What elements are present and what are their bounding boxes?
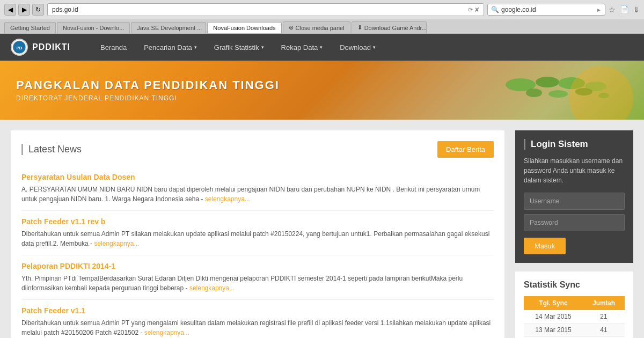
stats-box: Statistik Sync Tgl. Sync Jumlah 14 Mar 2…: [515, 271, 633, 338]
daftar-berita-button[interactable]: Daftar Berita: [437, 141, 494, 158]
username-input[interactable]: [524, 193, 625, 210]
hero-text: PANGKALAN DATA PENDIDIKAN TINGGI DIREKTO…: [16, 78, 280, 102]
browser-chrome: ◀ ▶ ↻ pds.go.id ⟳ ✘ 🔍 google.co.id ► ☆ 📄…: [0, 0, 644, 34]
latest-news-title: Latest News: [21, 144, 82, 155]
download-icon[interactable]: ⇓: [633, 5, 640, 14]
nav-pencarian-label: Pencarian Data: [144, 43, 192, 52]
search-bar[interactable]: 🔍 google.co.id ►: [487, 4, 605, 16]
news-item-1: Persyaratan Usulan Data Dosen A. PERSYAR…: [21, 166, 494, 211]
browser-nav-buttons: ◀ ▶ ↻: [4, 4, 44, 16]
news-text-2: Diberitahukan untuk semua Admin PT silak…: [21, 230, 489, 247]
tab-java-dev[interactable]: Java SE Development ...: [131, 22, 206, 33]
news-title-3[interactable]: Pelaporan PDDIKTI 2014-1: [21, 262, 494, 270]
nav-rekap-arrow: ▾: [320, 45, 323, 50]
logo-badge: PD: [11, 39, 28, 56]
stats-title: Statistik Sync: [524, 280, 625, 290]
section-title-row: Latest News Daftar Berita: [21, 141, 494, 158]
tab-getting-started[interactable]: Getting Started: [4, 22, 56, 33]
stats-row-1: 14 Mar 2015 21: [524, 310, 625, 324]
stats-col-date: Tgl. Sync: [524, 296, 583, 310]
read-more-1[interactable]: selengkapnya...: [205, 195, 250, 203]
forward-button[interactable]: ▶: [18, 4, 30, 16]
nav-links: Beranda Pencarian Data ▾ Grafik Statisti…: [92, 34, 384, 61]
search-icon: 🔍: [491, 6, 499, 13]
news-title-1[interactable]: Persyaratan Usulan Data Dosen: [21, 173, 494, 181]
password-input[interactable]: [524, 214, 625, 231]
stats-date-2: 13 Mar 2015: [524, 324, 583, 337]
site-logo: PD PDDIKTI: [11, 39, 70, 56]
browser-action-icons: ☆ 📄 ⇓: [609, 5, 640, 14]
svg-point-7: [548, 90, 568, 98]
tab-close-media-label: Close media panel: [296, 25, 345, 31]
search-arrow-icon: ►: [596, 7, 602, 13]
nav-pencarian-data[interactable]: Pencarian Data ▾: [135, 34, 206, 61]
stats-row-2: 13 Mar 2015 41: [524, 324, 625, 337]
login-description: Silahkan masukkan username dan password …: [524, 156, 625, 185]
news-body-3: Yth. Pimpinan PTdi TempatBerdasarkan Sur…: [21, 274, 494, 293]
hero-subtitle: DIREKTORAT JENDERAL PENDIDIKAN TINGGI: [16, 94, 280, 102]
news-body-2: Diberitahukan untuk semua Admin PT silak…: [21, 229, 494, 248]
page-icon[interactable]: 📄: [620, 5, 629, 14]
nav-rekap-data[interactable]: Rekap Data ▾: [273, 34, 332, 61]
url-text: pds.go.id: [52, 6, 78, 13]
nav-grafik-statistik[interactable]: Grafik Statistik ▾: [206, 34, 273, 61]
nav-pencarian-arrow: ▾: [194, 45, 197, 50]
nav-download-arrow: ▾: [373, 45, 376, 50]
news-title-4[interactable]: Patch Feeder v1.1: [21, 306, 494, 315]
logo-text: PDDIKTI: [32, 42, 70, 52]
stats-date-1: 14 Mar 2015: [524, 310, 583, 324]
svg-point-6: [526, 89, 542, 97]
left-column: Latest News Daftar Berita Persyaratan Us…: [11, 130, 504, 338]
back-button[interactable]: ◀: [4, 4, 16, 16]
browser-tabs: Getting Started NovaFusion - Downlo... J…: [0, 19, 644, 33]
hero-banner: PANGKALAN DATA PENDIDIKAN TINGGI DIREKTO…: [0, 61, 644, 120]
news-title-2[interactable]: Patch Feeder v1.1 rev b: [21, 217, 494, 226]
tab-close-media[interactable]: ⊗ Close media panel: [283, 21, 350, 33]
svg-text:PD: PD: [16, 46, 22, 50]
news-text-4: Diberitahukan untuk semua Admin PT yang …: [21, 319, 491, 336]
main-content: Latest News Daftar Berita Persyaratan Us…: [0, 120, 644, 338]
logo-icon: PD: [12, 40, 27, 55]
nav-beranda-label: Beranda: [100, 43, 127, 52]
tab-java-label: Java SE Development ...: [137, 25, 202, 31]
masuk-button[interactable]: Masuk: [524, 238, 566, 254]
login-box: Login Sistem Silahkan masukkan username …: [515, 130, 633, 263]
nav-beranda[interactable]: Beranda: [92, 34, 135, 61]
search-text: google.co.id: [501, 6, 596, 13]
bookmark-icon[interactable]: ☆: [609, 5, 616, 14]
tab-download-game-icon: ⬇: [357, 24, 362, 31]
site-nav: PD PDDIKTI Beranda Pencarian Data ▾ Graf…: [0, 34, 644, 61]
url-bar[interactable]: pds.go.id ⟳ ✘: [47, 3, 484, 16]
nav-download[interactable]: Download ▾: [331, 34, 384, 61]
refresh-button[interactable]: ↻: [32, 4, 44, 16]
tab-close-media-icon: ⊗: [289, 24, 294, 31]
hero-title: PANGKALAN DATA PENDIDIKAN TINGGI: [16, 78, 280, 92]
news-item-3: Pelaporan PDDIKTI 2014-1 Yth. Pimpinan P…: [21, 255, 494, 300]
stats-table: Tgl. Sync Jumlah 14 Mar 2015 21 13 Mar 2…: [524, 296, 625, 337]
url-refresh-icon: ⟳ ✘: [468, 6, 479, 13]
stats-col-count: Jumlah: [583, 296, 625, 310]
svg-point-3: [536, 77, 559, 87]
news-body-1: A. PERSYARATAN UMUM NIDN BARU NIDN baru …: [21, 185, 494, 204]
nav-download-label: Download: [340, 43, 371, 52]
site-wrapper: PD PDDIKTI Beranda Pencarian Data ▾ Graf…: [0, 34, 644, 338]
read-more-2[interactable]: selengkapnya...: [94, 240, 139, 247]
news-body-4: Diberitahukan untuk semua Admin PT yang …: [21, 318, 494, 337]
login-title: Login Sistem: [524, 139, 625, 150]
right-column: Login Sistem Silahkan masukkan username …: [515, 130, 633, 338]
news-text-1: A. PERSYARATAN UMUM NIDN BARU NIDN baru …: [21, 186, 480, 203]
tab-novafusion-downloads[interactable]: NovaFusion Downloads: [207, 22, 281, 33]
read-more-3[interactable]: selengkapnya...: [189, 284, 235, 292]
nav-grafik-label: Grafik Statistik: [214, 43, 259, 52]
news-item-2: Patch Feeder v1.1 rev b Diberitahukan un…: [21, 211, 494, 255]
news-text-3: Yth. Pimpinan PTdi TempatBerdasarkan Sur…: [21, 275, 463, 292]
read-more-4[interactable]: selengkapnya...: [144, 329, 189, 336]
nav-rekap-label: Rekap Data: [281, 43, 318, 52]
browser-toolbar: ◀ ▶ ↻ pds.go.id ⟳ ✘ 🔍 google.co.id ► ☆ 📄…: [0, 0, 644, 19]
stats-count-2: 41: [583, 324, 625, 337]
tab-novafusion-download[interactable]: NovaFusion - Downlo...: [57, 22, 130, 33]
stats-count-1: 21: [583, 310, 625, 324]
tab-download-game[interactable]: ⬇ Download Game Andr...: [352, 21, 427, 33]
tab-download-game-label: Download Game Andr...: [364, 25, 427, 31]
news-item-4: Patch Feeder v1.1 Diberitahukan untuk se…: [21, 300, 494, 338]
